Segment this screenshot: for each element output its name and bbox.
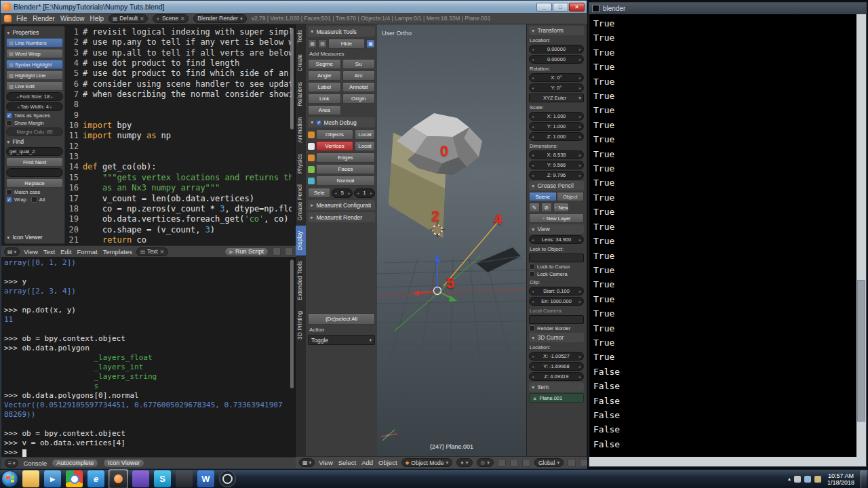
- editor-menu-item[interactable]: Edit: [60, 248, 71, 256]
- debug-toggle-button[interactable]: Faces: [316, 164, 375, 174]
- cursor-panel-header[interactable]: ▼3D Cursor: [529, 333, 584, 342]
- editor-toggle-button[interactable]: ▦Syntax Highlight: [6, 60, 63, 69]
- scale-field[interactable]: ◂Y: 1.000▸: [529, 122, 584, 131]
- minimize-button[interactable]: _: [536, 3, 552, 12]
- editor-menu-item[interactable]: Templates: [103, 248, 132, 256]
- scene-selector[interactable]: ◐ Scene ✕: [153, 14, 189, 23]
- mode-selector[interactable]: ◆ Object Mode ▾: [401, 458, 453, 467]
- debug-toggle-button[interactable]: Normal: [316, 176, 375, 186]
- media-player-icon[interactable]: ▸: [44, 470, 61, 487]
- deselect-all-button[interactable]: (De)select All: [308, 313, 375, 325]
- measureit-render-header[interactable]: ►Measureit Render: [308, 212, 375, 222]
- properties-panel-header[interactable]: ▼Properties: [6, 28, 63, 37]
- measure-tool-button[interactable]: Su: [342, 59, 376, 69]
- unlink-icon[interactable]: ✕: [160, 249, 164, 255]
- icon-viewer-button[interactable]: Icon Viewer: [103, 459, 144, 468]
- orientation-selector[interactable]: Global▾: [534, 458, 564, 467]
- console-menu[interactable]: Console: [23, 460, 47, 467]
- snap-icon[interactable]: [568, 459, 576, 467]
- screen-layout-selector[interactable]: ▦ Default ✕: [108, 14, 148, 23]
- editor-toggle-button[interactable]: ▦Word Wrap: [6, 49, 63, 58]
- word-icon[interactable]: W: [197, 470, 214, 487]
- register-toggle-icon[interactable]: [273, 247, 281, 256]
- text-editor-area[interactable]: ▼Properties ▦Line Numbers▦Word Wrap▦Synt…: [1, 24, 296, 257]
- editor-menu-item[interactable]: View: [24, 248, 37, 256]
- measureit-tools-header[interactable]: ▼Measureit Tools: [308, 26, 375, 37]
- local-camera-dropdown[interactable]: [529, 315, 584, 324]
- python-console-output[interactable]: array([0, 1, 2])>>> yarray([2, 3, 4])>>>…: [1, 257, 292, 457]
- location-field[interactable]: ◂0.00000▸: [529, 55, 584, 64]
- explorer-icon[interactable]: [22, 470, 39, 487]
- replace-input[interactable]: [6, 168, 63, 177]
- render-border-checkbox[interactable]: Render Border: [529, 325, 584, 331]
- stepper-right-icon[interactable]: ▸: [51, 94, 53, 99]
- editor-toggle-button[interactable]: ▦Line Numbers: [6, 38, 63, 47]
- taskbar-clock[interactable]: 10:57 AM 1/18/2018: [825, 472, 857, 486]
- viewport-menu-item[interactable]: Object: [378, 459, 397, 466]
- viewport-menu-item[interactable]: Select: [338, 459, 356, 466]
- editor-scrollbar[interactable]: [290, 28, 294, 129]
- select-filter-button[interactable]: Sele: [308, 188, 330, 198]
- clip-end-stepper[interactable]: ◂En: 1000.000▸: [529, 297, 584, 306]
- blender-taskbar-icon[interactable]: [110, 470, 127, 487]
- tray-volume-icon[interactable]: [804, 476, 811, 483]
- grease-pencil-panel-header[interactable]: ▼Grease Pencil: [529, 181, 584, 190]
- mesh-debug-header[interactable]: ▼✓Mesh Debug: [308, 117, 375, 127]
- blender-menu-icon[interactable]: [4, 15, 12, 22]
- manipulator-scale-icon[interactable]: [522, 459, 530, 467]
- grease-object-tab[interactable]: Object: [557, 192, 585, 201]
- toolshelf-tab[interactable]: 3D Printing: [296, 306, 306, 345]
- editor-type-dropdown[interactable]: ▦▾: [299, 458, 315, 467]
- measure-tool-button[interactable]: Origin: [342, 94, 376, 104]
- shading-selector[interactable]: ●▾: [456, 458, 472, 467]
- start-button[interactable]: [1, 470, 18, 487]
- object-name-field[interactable]: ▲Plane.001: [529, 393, 584, 403]
- debug-toggle-button[interactable]: Vertices: [316, 141, 353, 151]
- console-type-dropdown[interactable]: ≡▾: [5, 459, 18, 468]
- debug-location-button[interactable]: Locat: [355, 129, 375, 140]
- ghost-toggle-icon[interactable]: ▦: [308, 39, 317, 48]
- close-icon[interactable]: ✕: [180, 16, 184, 22]
- debug-toggle-button[interactable]: Objects: [316, 129, 353, 140]
- match-case-checkbox[interactable]: Match case: [6, 189, 63, 195]
- find-panel-header[interactable]: ▼Find: [6, 138, 63, 146]
- run-script-button[interactable]: ▶Run Script: [224, 247, 269, 256]
- cursor-location-field[interactable]: ◂Z: 4.09319▸: [529, 372, 584, 381]
- info-menu-item[interactable]: Render: [33, 15, 55, 22]
- grease-new-button[interactable]: +New: [553, 203, 569, 212]
- tab-width-stepper[interactable]: ◂Tab Width: 4▸: [6, 102, 63, 111]
- item-panel-header[interactable]: ▼Item: [529, 382, 584, 392]
- console-titlebar[interactable]: blender: [589, 3, 866, 14]
- measure-tool-button[interactable]: Area: [308, 105, 341, 115]
- rotation-mode-dropdown[interactable]: XYZ Euler▾: [529, 94, 584, 102]
- toolshelf-tab[interactable]: Grease Pencil: [296, 179, 306, 226]
- clock-app-icon[interactable]: [219, 470, 236, 487]
- dimension-field[interactable]: ◂Y: 9.566▸: [529, 161, 584, 169]
- clip-start-stepper[interactable]: ◂Start: 0.100▸: [529, 287, 584, 296]
- debug-size-stepper[interactable]: ◂1▸: [354, 188, 375, 198]
- editor-toggle-button[interactable]: ▦Highlight Line: [6, 70, 63, 80]
- location-field[interactable]: ◂0.00000▸: [529, 45, 584, 54]
- app-icon[interactable]: [176, 470, 193, 487]
- info-menu-item[interactable]: Help: [90, 15, 104, 22]
- editor-toggle-button[interactable]: ▦Live Edit: [6, 81, 63, 91]
- close-icon[interactable]: ✕: [140, 16, 144, 22]
- transform-panel-header[interactable]: ▼Transform: [529, 26, 584, 35]
- font-size-stepper[interactable]: ◂Font Size: 18▸: [6, 92, 63, 101]
- toolshelf-tab[interactable]: Extended Tools: [296, 256, 306, 306]
- autocomplete-button[interactable]: Autocomplete: [52, 459, 98, 468]
- console-horizontal-scrollbar[interactable]: [589, 457, 856, 466]
- viewport-menu-item[interactable]: View: [319, 459, 332, 466]
- lens-stepper[interactable]: ◂Lens: 34.900▸: [529, 235, 584, 244]
- debug-precision-stepper[interactable]: ◂5▸: [332, 188, 353, 198]
- view-panel-header[interactable]: ▼View: [529, 224, 584, 234]
- find-next-button[interactable]: Find Next: [6, 157, 63, 167]
- new-layer-button[interactable]: +New Layer: [529, 214, 584, 223]
- debug-location-button[interactable]: Locat: [355, 141, 375, 151]
- chrome-icon[interactable]: [66, 470, 83, 487]
- opengl-render-icon[interactable]: [580, 459, 587, 467]
- dimension-field[interactable]: ◂Z: 9.796▸: [529, 171, 584, 180]
- toolshelf-tab[interactable]: Create: [296, 49, 306, 77]
- python-console-area[interactable]: array([0, 1, 2])>>> yarray([2, 3, 4])>>>…: [1, 257, 296, 468]
- action-toggle-dropdown[interactable]: Toggle▾: [308, 335, 375, 345]
